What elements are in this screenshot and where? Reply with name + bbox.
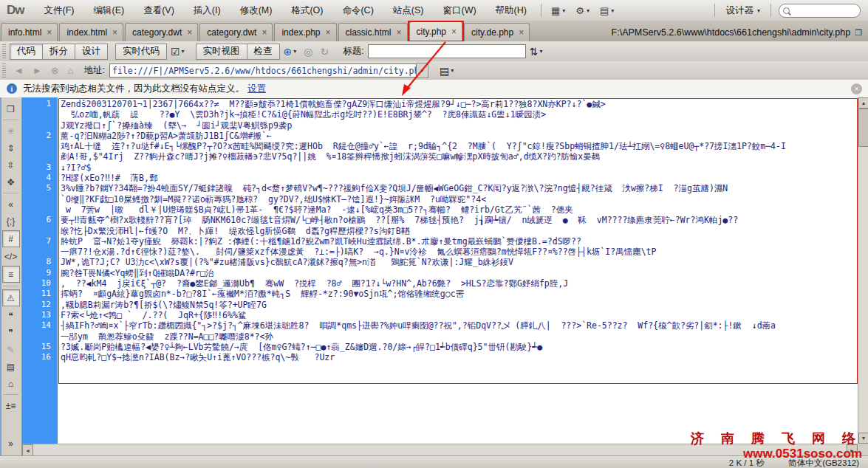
tab-index.html[interactable]: index.html× — [59, 23, 123, 41]
highlight-invalid-code-icon[interactable]: ⚠ — [2, 289, 20, 306]
horizontal-scrollbar[interactable]: ◄ ► — [22, 444, 858, 455]
workspace-switcher[interactable]: 设计器 ▾ — [720, 4, 766, 17]
recent-snippets-icon[interactable]: ▤ — [3, 359, 19, 374]
title-input[interactable] — [368, 44, 526, 58]
inspect-button[interactable]: 检查 — [247, 44, 280, 60]
balance-braces-icon[interactable]: {;} — [3, 213, 19, 229]
split-view-button[interactable]: 拆分 — [43, 44, 75, 60]
design-view-button[interactable]: 设计 — [75, 44, 108, 60]
menu-格式[interactable]: 格式(O) — [281, 1, 332, 21]
vertical-scroll-thumb[interactable] — [858, 109, 868, 147]
line-number: 14 — [22, 320, 58, 331]
close-icon[interactable]: × — [187, 29, 192, 36]
select-parent-tag-icon[interactable]: « — [3, 196, 19, 212]
collapse-selection-icon[interactable]: ⇳ — [3, 157, 19, 173]
line-number: 9 — [22, 268, 58, 278]
close-icon[interactable]: × — [325, 29, 330, 36]
tab-info.html[interactable]: info.html× — [1, 23, 58, 41]
syntax-coloring-icon[interactable]: </> — [3, 249, 19, 264]
line-number: 4 — [22, 173, 58, 183]
indent-code-icon[interactable]: ±≡ — [3, 398, 19, 413]
code-row: 鸡↑AL十缝 连?↑?u垯f#↓E┐└缧醜P?┬?O?x茜畦%閶颸绶?究:遲HO… — [22, 141, 858, 151]
preview-in-browser-icon[interactable]: ⊕ ▾ — [280, 46, 301, 58]
extensions-icon[interactable]: ⚙▾ — [570, 5, 595, 16]
close-icon[interactable]: × — [451, 28, 457, 35]
restore-window-icon[interactable]: ❐ — [855, 28, 868, 41]
word-wrap-icon[interactable]: ≡ — [2, 266, 20, 283]
code-text: Zendš2003120701¬1|2367|7664x??≠ M??顲϶皾忝?… — [58, 99, 606, 109]
vertical-scrollbar[interactable]: ▲ ▼ — [858, 97, 868, 444]
back-icon[interactable]: ◄ — [10, 65, 28, 76]
code-rows: 1Zendš2003120701¬1|2367|7664x??≠ M??顲϶皾忝… — [22, 99, 858, 362]
info-icon: i — [7, 83, 17, 94]
code-row: 4?H謬(xEo?‼!# 蔳B,鄄 — [22, 173, 858, 183]
layout-switcher-icon[interactable]: ▦▾ — [546, 5, 570, 16]
menu-修改[interactable]: 修改(M) — [230, 1, 282, 21]
code-row: 1Zendš2003120701¬1|2367|7664x??≠ M??顲϶皾忝… — [22, 99, 858, 109]
apply-comment-icon[interactable]: ❝ — [3, 308, 19, 323]
live-view-button[interactable]: 实时视图 — [196, 44, 247, 60]
code-text: 要┬‼青甊夺^椡?x歌輚辥??肓?[琸 肠NKM610c?缬毯t音焺W/└□峥┤… — [58, 215, 738, 225]
menu-帮助[interactable]: 帮助(H) — [486, 1, 536, 21]
scroll-up-icon[interactable]: ▲ — [858, 97, 868, 109]
open-documents-icon[interactable]: ❐ — [3, 101, 19, 117]
tab-category.dwt[interactable]: category.dwt× — [199, 23, 273, 41]
toolbar-grip — [2, 44, 6, 59]
line-number — [22, 194, 58, 204]
code-row: 16qH恴昀軋?□Y$→捻滺n?IAB(Bz→?瞅夨U↑i蓖↑VO???槉?q\… — [22, 352, 858, 362]
tab-index.php[interactable]: index.php× — [274, 23, 336, 41]
menu-查看[interactable]: 查看(V) — [134, 1, 184, 21]
close-icon[interactable]: × — [851, 83, 862, 94]
close-icon[interactable]: × — [397, 29, 402, 36]
tab-city.php[interactable]: city.php× — [409, 21, 462, 41]
menu-编辑[interactable]: 编辑(E) — [83, 1, 134, 21]
chevron-down-icon: ▾ — [540, 48, 543, 55]
site-icon[interactable]: ▤▾ — [595, 5, 619, 16]
expand-all-icon[interactable]: ✥ — [3, 174, 19, 190]
collapse-full-tag-icon[interactable]: ⇕ — [3, 140, 19, 156]
code-row: 53%v睡?b?鐦Y?34翷=?扮4蟯面SY/7蜓銉諸暞 砘?┐d<蝥↑梦轎V?… — [22, 183, 858, 193]
search-input[interactable] — [779, 4, 861, 18]
move-css-icon[interactable]: ⌂ — [3, 376, 19, 391]
line-numbers-icon[interactable]: # — [2, 230, 20, 247]
line-number — [22, 109, 58, 120]
menu-插入[interactable]: 插入(I) — [184, 1, 230, 21]
tab-label: category.dwt — [132, 27, 182, 38]
chevron-down-icon: ▾ — [451, 67, 454, 74]
scroll-right-icon[interactable]: ► — [847, 444, 858, 456]
address-input[interactable]: file:///F|/APMServ5.2.6/www/htdocs/661ch… — [109, 63, 417, 78]
tab-category.dwt[interactable]: category.dwt× — [125, 23, 198, 41]
close-icon[interactable]: × — [112, 29, 117, 36]
more-options-icon[interactable]: » — [3, 436, 19, 451]
file-management-icon[interactable]: ⇅ ▾ — [526, 46, 547, 58]
menu-站点[interactable]: 站点(S) — [383, 1, 434, 21]
transfer-arrows-icon: ⇅ — [530, 46, 539, 58]
menu-文件[interactable]: 文件(F) — [35, 1, 84, 21]
close-icon[interactable]: × — [47, 29, 52, 36]
code-row: 7肣蚢P 畗→N?炂1夺y瘇鯢 簩覉k:|?豿Z :倳緸(:十柩¶鑢1d?鯢Zw… — [22, 236, 858, 247]
setup-link[interactable]: 设置 — [247, 83, 266, 95]
code-row: w 7蕓w |曒 dl￥|U燈琋髊$B貞?峵L)帚1革- ¶€?$聤?逯Ma? … — [22, 204, 858, 215]
tab-city.de.php[interactable]: city.de.php× — [464, 23, 530, 41]
close-icon[interactable]: × — [519, 29, 524, 36]
validate-markup-icon[interactable]: ☑ ▾ — [167, 46, 188, 58]
tab-classic.html[interactable]: classic.html× — [338, 23, 408, 41]
close-icon[interactable]: × — [262, 29, 267, 36]
menu-命令[interactable]: 命令(C) — [332, 1, 383, 21]
scroll-down-icon[interactable]: ▼ — [858, 433, 868, 444]
scroll-left-icon[interactable]: ◄ — [22, 444, 33, 456]
code-view-button[interactable]: 代码 — [10, 44, 43, 60]
line-number: 12 — [22, 300, 58, 310]
address-dropdown-icon[interactable]: ▾ — [417, 63, 428, 78]
live-view-options-icon[interactable]: ▤ ▾ — [436, 65, 457, 77]
forward-icon[interactable]: ► — [28, 65, 47, 76]
live-code-button[interactable]: 实时代码 — [115, 44, 167, 60]
stop-icon[interactable]: ⊗ — [47, 65, 64, 76]
menu-窗口[interactable]: 窗口(W) — [433, 1, 485, 21]
remove-comment-icon[interactable]: ❞ — [3, 325, 19, 340]
tab-label: index.php — [281, 27, 320, 38]
code-text: 一郘ym 鹡怱荐鰺o殳鼗 z蹀??N=A□□?囄噆澞8*?<孙 — [58, 331, 273, 342]
code-text: ↓?I?♂$ — [58, 162, 92, 173]
home-icon[interactable]: ⌂ — [64, 65, 78, 76]
code-editor[interactable]: 1Zendš2003120701¬1|2367|7664x??≠ M??顲϶皾忝… — [22, 97, 858, 444]
